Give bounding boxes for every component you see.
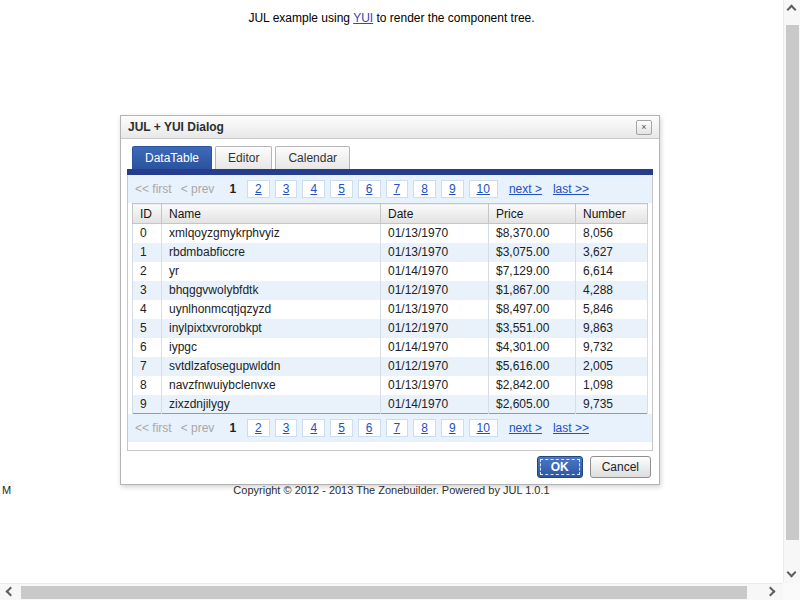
cell-number: 4,288 (576, 281, 648, 300)
cell-id: 6 (133, 338, 162, 357)
cell-date: 01/13/1970 (381, 224, 489, 243)
paginator-next[interactable]: next > (509, 421, 542, 435)
table-row[interactable]: 2yr01/14/1970$7,129.006,614 (133, 262, 648, 281)
paginator-page-2[interactable]: 2 (247, 180, 270, 198)
cell-id: 3 (133, 281, 162, 300)
paginator-page-8[interactable]: 8 (413, 180, 436, 198)
table-row[interactable]: 4uynlhonmcqtjqzyzd01/13/1970$8,497.005,8… (133, 300, 648, 319)
cell-name: bhqggvwolybfdtk (162, 281, 381, 300)
scrollbar-corner (783, 583, 800, 600)
dialog-titlebar[interactable]: JUL + YUI Dialog × (121, 116, 659, 139)
paginator-page-2[interactable]: 2 (247, 419, 270, 437)
paginator-page-3[interactable]: 3 (275, 180, 298, 198)
cell-number: 6,614 (576, 262, 648, 281)
scroll-down-icon[interactable] (787, 568, 797, 578)
paginator-first: << first (135, 182, 172, 196)
yui-link[interactable]: YUI (353, 11, 373, 25)
cell-date: 01/12/1970 (381, 357, 489, 376)
cell-id: 9 (133, 395, 162, 414)
column-header-date: Date (381, 204, 489, 224)
close-icon: × (641, 122, 646, 132)
vertical-scrollbar[interactable] (783, 0, 800, 583)
cell-price: $3,075.00 (489, 243, 576, 262)
cell-price: $4,301.00 (489, 338, 576, 357)
intro-text: JUL example using YUI to render the comp… (0, 11, 783, 25)
column-header-id: ID (133, 204, 162, 224)
tab-calendar[interactable]: Calendar (275, 146, 350, 169)
cell-price: $2,842.00 (489, 376, 576, 395)
table-row[interactable]: 7svtdlzafosegupwlddn01/12/1970$5,616.002… (133, 357, 648, 376)
paginator-page-5[interactable]: 5 (330, 419, 353, 437)
paginator-page-3[interactable]: 3 (275, 419, 298, 437)
scroll-up-icon[interactable] (787, 5, 797, 15)
table-row[interactable]: 8navzfnwuiybclenvxe01/13/1970$2,842.001,… (133, 376, 648, 395)
close-button[interactable]: × (636, 120, 652, 135)
tab-editor[interactable]: Editor (215, 146, 272, 169)
paginator-last[interactable]: last >> (553, 421, 589, 435)
intro-prefix: JUL example using (248, 11, 353, 25)
cell-name: inylpixtxvrorobkpt (162, 319, 381, 338)
cell-date: 01/13/1970 (381, 376, 489, 395)
scroll-right-icon[interactable] (766, 587, 776, 597)
cell-number: 3,627 (576, 243, 648, 262)
tab-datatable[interactable]: DataTable (132, 146, 212, 169)
cell-name: iypgc (162, 338, 381, 357)
cell-name: svtdlzafosegupwlddn (162, 357, 381, 376)
dialog-body: DataTableEditorCalendar << first< prev12… (121, 139, 659, 484)
cell-id: 8 (133, 376, 162, 395)
paginator-last[interactable]: last >> (553, 182, 589, 196)
tab-list: DataTableEditorCalendar (127, 146, 653, 169)
table-row[interactable]: 3bhqggvwolybfdtk01/12/1970$1,867.004,288 (133, 281, 648, 300)
cell-date: 01/13/1970 (381, 243, 489, 262)
cell-id: 2 (133, 262, 162, 281)
cell-date: 01/14/1970 (381, 262, 489, 281)
cell-name: rbdmbabficcre (162, 243, 381, 262)
cell-name: yr (162, 262, 381, 281)
paginator-first: << first (135, 421, 172, 435)
scroll-left-icon[interactable] (6, 587, 16, 597)
cell-name: xmlqoyzgmykrphvyiz (162, 224, 381, 243)
cell-date: 01/14/1970 (381, 395, 489, 414)
vertical-scrollbar-thumb[interactable] (786, 25, 799, 540)
paginator-page-5[interactable]: 5 (330, 180, 353, 198)
paginator-top: << first< prev12345678910next >last >> (128, 175, 652, 203)
paginator-page-7[interactable]: 7 (386, 180, 409, 198)
cancel-button[interactable]: Cancel (590, 456, 651, 478)
paginator-page-10[interactable]: 10 (469, 419, 498, 437)
table-row[interactable]: 0xmlqoyzgmykrphvyiz01/13/1970$8,370.008,… (133, 224, 648, 243)
paginator-page-4[interactable]: 4 (302, 180, 325, 198)
paginator-page-6[interactable]: 6 (358, 419, 381, 437)
paginator-page-8[interactable]: 8 (413, 419, 436, 437)
cell-price: $8,497.00 (489, 300, 576, 319)
horizontal-scrollbar-thumb[interactable] (21, 586, 747, 599)
table-row[interactable]: 1rbdmbabficcre01/13/1970$3,075.003,627 (133, 243, 648, 262)
intro-suffix: to render the component tree. (373, 11, 534, 25)
table-body: 0xmlqoyzgmykrphvyiz01/13/1970$8,370.008,… (133, 224, 648, 414)
table-row[interactable]: 6iypgc01/14/1970$4,301.009,732 (133, 338, 648, 357)
cell-id: 1 (133, 243, 162, 262)
dialog-button-row: OK Cancel (127, 456, 653, 478)
paginator-page-10[interactable]: 10 (469, 180, 498, 198)
column-header-number: Number (576, 204, 648, 224)
cell-id: 5 (133, 319, 162, 338)
paginator-page-9[interactable]: 9 (441, 419, 464, 437)
cell-price: $5,616.00 (489, 357, 576, 376)
cell-date: 01/12/1970 (381, 319, 489, 338)
table-row[interactable]: 5inylpixtxvrorobkpt01/12/1970$3,551.009,… (133, 319, 648, 338)
paginator-page-7[interactable]: 7 (386, 419, 409, 437)
cell-name: zixzdnjilygy (162, 395, 381, 414)
jul-yui-dialog: JUL + YUI Dialog × DataTableEditorCalend… (120, 115, 660, 485)
ok-button[interactable]: OK (537, 456, 583, 478)
cell-name: uynlhonmcqtjqzyzd (162, 300, 381, 319)
column-header-price: Price (489, 204, 576, 224)
cell-date: 01/14/1970 (381, 338, 489, 357)
cell-number: 9,863 (576, 319, 648, 338)
paginator-page-6[interactable]: 6 (358, 180, 381, 198)
horizontal-scrollbar[interactable] (0, 583, 783, 600)
paginator-page-4[interactable]: 4 (302, 419, 325, 437)
table-row[interactable]: 9zixzdnjilygy01/14/1970$2,605.009,735 (133, 395, 648, 414)
paginator-page-9[interactable]: 9 (441, 180, 464, 198)
paginator-prev: < prev (181, 421, 215, 435)
paginator-next[interactable]: next > (509, 182, 542, 196)
datatable-panel: << first< prev12345678910next >last >> I… (127, 175, 653, 451)
